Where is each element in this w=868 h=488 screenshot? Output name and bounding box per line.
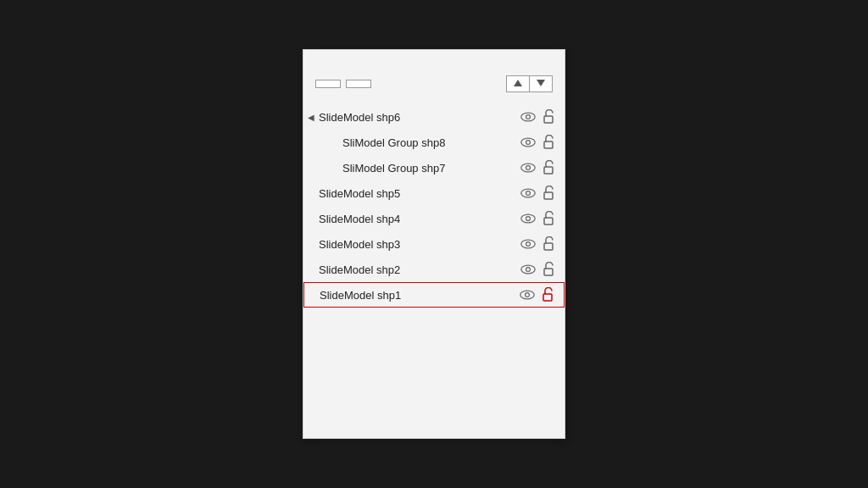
- svg-rect-10: [544, 167, 553, 174]
- svg-point-3: [526, 115, 531, 119]
- svg-point-24: [526, 293, 530, 297]
- expand-arrow-icon: [304, 291, 320, 300]
- svg-point-17: [521, 240, 535, 248]
- list-item[interactable]: SliModel Group shp8: [303, 130, 565, 155]
- svg-point-5: [521, 138, 535, 147]
- svg-rect-4: [544, 116, 553, 123]
- svg-point-11: [521, 189, 535, 197]
- svg-point-9: [526, 166, 531, 170]
- lock-icon[interactable]: [541, 160, 556, 175]
- svg-rect-7: [544, 141, 553, 148]
- item-label: SlideModel shp5: [319, 187, 514, 200]
- item-action-icons: [519, 186, 556, 201]
- visibility-icon[interactable]: [519, 162, 537, 174]
- order-buttons: [506, 75, 553, 92]
- header-icons: [534, 60, 553, 64]
- hide-all-button[interactable]: [346, 80, 371, 88]
- item-action-icons: [519, 211, 556, 226]
- item-label: SliModel Group shp7: [342, 162, 514, 175]
- list-item[interactable]: SlideModel shp1: [303, 282, 565, 308]
- svg-point-23: [520, 291, 534, 299]
- expand-arrow-icon: [303, 214, 319, 224]
- svg-rect-25: [543, 294, 552, 301]
- order-down-button[interactable]: [530, 76, 552, 92]
- list-item[interactable]: SlideModel shp4: [303, 206, 565, 231]
- expand-arrow-icon: [303, 265, 319, 274]
- visibility-icon[interactable]: [519, 111, 537, 123]
- order-up-button[interactable]: [507, 76, 530, 92]
- svg-point-18: [526, 242, 531, 247]
- item-label: SlideModel shp6: [319, 111, 514, 124]
- svg-point-20: [521, 265, 535, 274]
- item-label: SlideModel shp1: [320, 289, 513, 302]
- svg-point-12: [526, 191, 531, 196]
- expand-arrow-icon: [303, 189, 319, 198]
- svg-marker-1: [537, 80, 545, 86]
- item-label: SlideModel shp2: [319, 263, 514, 276]
- toolbar: [303, 70, 565, 101]
- svg-rect-13: [544, 192, 553, 199]
- lock-icon[interactable]: [540, 287, 555, 302]
- item-action-icons: [519, 135, 556, 150]
- svg-rect-16: [544, 218, 553, 225]
- item-action-icons: [519, 160, 556, 175]
- list-item[interactable]: SliModel Group shp7: [303, 155, 565, 180]
- visibility-icon[interactable]: [519, 263, 537, 275]
- svg-point-14: [521, 214, 535, 223]
- chevron-icon[interactable]: [534, 60, 541, 64]
- visibility-icon[interactable]: [519, 238, 537, 250]
- list-item[interactable]: SlideModel shp2: [303, 257, 565, 282]
- visibility-icon[interactable]: [519, 187, 537, 199]
- expand-arrow-icon[interactable]: ◀: [303, 113, 319, 122]
- svg-point-6: [526, 141, 531, 145]
- svg-point-2: [521, 113, 535, 121]
- lock-icon[interactable]: [541, 186, 556, 201]
- show-all-button[interactable]: [315, 80, 341, 88]
- visibility-icon[interactable]: [518, 289, 537, 301]
- item-label: SliModel Group shp8: [342, 136, 514, 149]
- svg-rect-19: [544, 243, 553, 250]
- item-action-icons: [518, 287, 555, 302]
- svg-point-21: [526, 268, 531, 272]
- lock-icon[interactable]: [541, 262, 556, 277]
- list-item[interactable]: SlideModel shp5: [303, 180, 565, 206]
- item-label: SlideModel shp3: [319, 238, 514, 251]
- list-item[interactable]: SlideModel shp3: [303, 231, 565, 257]
- expand-arrow-icon: [303, 240, 319, 249]
- item-label: SlideModel shp4: [319, 213, 514, 225]
- lock-icon[interactable]: [541, 135, 556, 150]
- visibility-icon[interactable]: [519, 213, 537, 225]
- item-action-icons: [519, 236, 556, 252]
- panel-header: [303, 50, 565, 70]
- lock-icon[interactable]: [541, 211, 556, 226]
- svg-rect-22: [544, 269, 553, 275]
- expand-arrow-icon: [303, 164, 319, 173]
- item-action-icons: [519, 109, 556, 125]
- lock-icon[interactable]: [541, 109, 556, 125]
- list-item[interactable]: ◀SlideModel shp6: [303, 104, 565, 130]
- svg-point-15: [526, 217, 531, 221]
- svg-point-8: [521, 164, 535, 172]
- expand-arrow-icon: [303, 138, 319, 147]
- svg-marker-0: [514, 80, 522, 86]
- item-action-icons: [519, 262, 556, 277]
- item-list: ◀SlideModel shp6 SliModel Group shp8 Sli…: [303, 101, 565, 438]
- lock-icon[interactable]: [541, 236, 556, 252]
- visibility-icon[interactable]: [519, 136, 537, 148]
- close-icon[interactable]: [546, 60, 553, 64]
- selection-panel: ◀SlideModel shp6 SliModel Group shp8 Sli…: [303, 49, 565, 439]
